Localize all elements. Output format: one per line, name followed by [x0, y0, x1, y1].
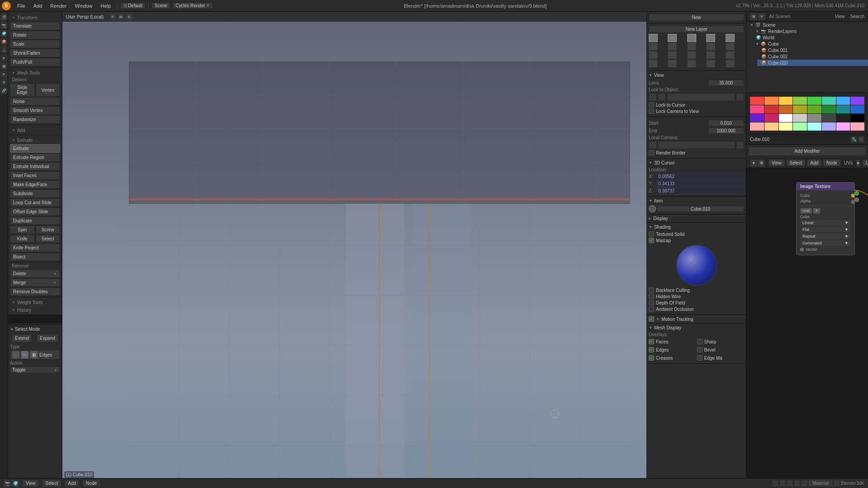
- lock-cursor-checkbox[interactable]: [649, 102, 654, 108]
- btn-extend[interactable]: Extend: [12, 334, 32, 343]
- node-type-material[interactable]: ●: [750, 160, 757, 167]
- menu-file[interactable]: File: [14, 2, 29, 9]
- matcap-checkbox[interactable]: [649, 238, 654, 243]
- textured-solid-checkbox[interactable]: [649, 231, 654, 237]
- layer-5[interactable]: [726, 34, 735, 42]
- btn-merge[interactable]: Merge▼: [10, 278, 60, 287]
- action-dropdown[interactable]: Toggle ▼: [10, 366, 60, 373]
- render-border-checkbox[interactable]: [649, 150, 654, 155]
- btn-extrude[interactable]: Extrude: [10, 144, 60, 153]
- transform-section-header[interactable]: Transform: [8, 14, 62, 21]
- color-green[interactable]: [807, 97, 821, 105]
- layer-4[interactable]: [706, 34, 715, 42]
- camera-icon-2[interactable]: [736, 141, 744, 149]
- outliner-cube[interactable]: ▼ 📦 Cube: [752, 41, 868, 47]
- cursor-z-input[interactable]: [656, 188, 744, 194]
- lock-camera-checkbox[interactable]: [649, 108, 654, 114]
- matcap-preview[interactable]: [676, 245, 717, 286]
- node-btn-view[interactable]: View: [769, 160, 785, 166]
- color-very-dark-gray[interactable]: [836, 114, 850, 122]
- layer-14[interactable]: [706, 51, 715, 59]
- layer-12[interactable]: [668, 51, 677, 59]
- cursor-x-input[interactable]: [656, 173, 744, 180]
- btn-loop-cut[interactable]: Loop Cut and Slide: [10, 198, 60, 207]
- viewport[interactable]: User Persp (Local) P W S: [62, 12, 646, 488]
- btn-slide-edge[interactable]: Slide Edge: [10, 83, 35, 97]
- menu-help[interactable]: Help: [97, 2, 115, 9]
- color-light-gray[interactable]: [793, 114, 807, 122]
- btn-delete[interactable]: Delete▼: [10, 269, 60, 278]
- btn-subdivide[interactable]: Subdivide: [10, 189, 60, 198]
- node-btn-add[interactable]: Add: [807, 160, 821, 166]
- layer-2[interactable]: [668, 34, 677, 42]
- color-dark-cyan[interactable]: [836, 105, 850, 113]
- color-light-pink[interactable]: [850, 122, 864, 131]
- color-light-purple[interactable]: [836, 122, 850, 131]
- layer-16[interactable]: [649, 60, 658, 68]
- icon-bar-constraints[interactable]: 🔗: [0, 87, 8, 94]
- color-dark-red[interactable]: [764, 105, 778, 113]
- color-light-orange[interactable]: [764, 122, 778, 131]
- hidden-wire-checkbox[interactable]: [649, 294, 654, 299]
- btn-noise[interactable]: Noise: [10, 97, 60, 106]
- bottom-icon-e[interactable]: [801, 480, 807, 487]
- icon-bar-scene[interactable]: 🎬: [0, 14, 8, 21]
- menu-add[interactable]: Add: [30, 2, 46, 9]
- bottom-select-btn[interactable]: Select: [42, 480, 61, 487]
- color-yellow-green[interactable]: [793, 97, 807, 105]
- color-dark-green[interactable]: [822, 105, 836, 113]
- color-yellow[interactable]: [779, 97, 793, 105]
- outliner-icon-1[interactable]: ⊞: [750, 13, 757, 20]
- node-type-compositing[interactable]: ⊞: [758, 160, 765, 167]
- color-dark-yellow-green[interactable]: [807, 105, 821, 113]
- bottom-icon-c[interactable]: [787, 480, 793, 487]
- mesh-tools-section-header[interactable]: Mesh Tools: [8, 69, 62, 76]
- clip-end-input[interactable]: [708, 127, 744, 134]
- icon-bar-material[interactable]: ●: [0, 54, 8, 61]
- btn-offset-edge[interactable]: Offset Edge Slide: [10, 207, 60, 216]
- btn-knife-project[interactable]: Knife Project: [10, 244, 60, 252]
- active-material-label[interactable]: Untitled: [863, 160, 868, 166]
- color-white[interactable]: [779, 114, 793, 122]
- new-layer-button[interactable]: New Layer: [649, 25, 744, 33]
- uvs-label[interactable]: UVs: [844, 160, 853, 165]
- depth-of-field-checkbox[interactable]: [649, 300, 654, 305]
- layer-8[interactable]: [687, 42, 696, 51]
- btn-shrink-fatten[interactable]: Shrink/Fatten: [10, 49, 60, 57]
- outliner-cube-010[interactable]: 📦 Cube.010: [757, 60, 868, 66]
- btn-make-edge-face[interactable]: Make Edge/Face: [10, 180, 60, 189]
- camera-icon-1[interactable]: [649, 141, 657, 149]
- view-icon-1[interactable]: [649, 93, 657, 101]
- layer-18[interactable]: [687, 60, 696, 68]
- btn-remove-doubles[interactable]: Remove Doubles: [10, 287, 60, 296]
- color-orange-red[interactable]: [764, 97, 778, 105]
- lens-input[interactable]: [708, 80, 744, 86]
- viewport-wire-icon[interactable]: W: [117, 13, 124, 20]
- color-blue[interactable]: [836, 97, 850, 105]
- mod-icon-2[interactable]: ○: [858, 136, 864, 143]
- outliner-world[interactable]: 🌍 World: [752, 34, 868, 41]
- bottom-add-btn[interactable]: Add: [65, 480, 79, 487]
- btn-select[interactable]: Select: [36, 235, 61, 243]
- camera-name-input[interactable]: [658, 141, 735, 149]
- bottom-icon-1[interactable]: 📷: [4, 480, 11, 487]
- edges-checkbox[interactable]: [649, 347, 654, 352]
- node-btn-select[interactable]: Select: [787, 160, 806, 166]
- color-dark-orange[interactable]: [779, 105, 793, 113]
- generated-dropdown[interactable]: Generated▼: [800, 240, 851, 246]
- viewport-perspective-icon[interactable]: P: [109, 13, 116, 20]
- display-section-header[interactable]: ▶ Display: [647, 215, 746, 223]
- blender-logo[interactable]: B: [2, 1, 11, 10]
- layer-1[interactable]: [649, 34, 658, 42]
- color-light-blue[interactable]: [822, 122, 836, 131]
- menu-window[interactable]: Window: [71, 2, 96, 9]
- layer-7[interactable]: [668, 42, 677, 51]
- layer-3[interactable]: [687, 34, 696, 42]
- icon-bar-renderlayers[interactable]: 📷: [0, 22, 8, 29]
- scene-label[interactable]: Scene: [155, 3, 167, 8]
- edge-ma-checkbox[interactable]: [697, 355, 703, 361]
- icon-bar-physics[interactable]: ⚙: [0, 79, 8, 86]
- color-dark-yellow[interactable]: [793, 105, 807, 113]
- color-pink[interactable]: [750, 105, 764, 113]
- sharp-checkbox[interactable]: [697, 339, 703, 344]
